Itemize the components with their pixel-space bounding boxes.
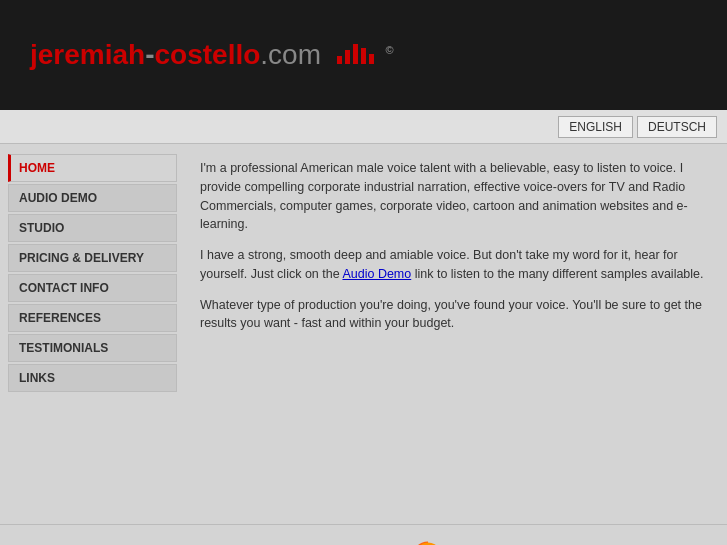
nav-links[interactable]: LINKS: [8, 364, 177, 392]
english-button[interactable]: ENGLISH: [558, 116, 633, 138]
nav-audio-demo[interactable]: AUDIO DEMO: [8, 184, 177, 212]
firefox-icon: [410, 540, 446, 545]
logo-jeremiah: jeremiah: [30, 39, 145, 70]
firefox-logo: mozilla Firefox: [394, 540, 461, 545]
header: jeremiah-costello.com ©: [0, 0, 727, 110]
page-content: I'm a professional American male voice t…: [185, 144, 727, 524]
nav-testimonials[interactable]: TESTIMONIALS: [8, 334, 177, 362]
logo: jeremiah-costello.com ©: [30, 39, 394, 71]
closing-paragraph: Whatever type of production you're doing…: [200, 296, 707, 334]
main-content: HOME AUDIO DEMO STUDIO PRICING & DELIVER…: [0, 144, 727, 524]
demo-paragraph-after: link to listen to the many different sam…: [411, 267, 703, 281]
nav-studio[interactable]: STUDIO: [8, 214, 177, 242]
nav-contact-info[interactable]: CONTACT INFO: [8, 274, 177, 302]
logo-costello: costello: [155, 39, 261, 70]
logo-copyright: ©: [386, 44, 394, 56]
logo-hyphen: -: [145, 39, 154, 70]
nav-pricing-delivery[interactable]: PRICING & DELIVERY: [8, 244, 177, 272]
audio-demo-link[interactable]: Audio Demo: [342, 267, 411, 281]
logo-bars-icon: [337, 42, 374, 64]
nav-home[interactable]: HOME: [8, 154, 177, 182]
nav-references[interactable]: REFERENCES: [8, 304, 177, 332]
sidebar: HOME AUDIO DEMO STUDIO PRICING & DELIVER…: [0, 144, 185, 524]
demo-paragraph: I have a strong, smooth deep and amiable…: [200, 246, 707, 284]
deutsch-button[interactable]: DEUTSCH: [637, 116, 717, 138]
footer: This website is best mozilla Firefox: [0, 524, 727, 545]
intro-paragraph: I'm a professional American male voice t…: [200, 159, 707, 234]
language-bar: ENGLISH DEUTSCH: [0, 110, 727, 144]
logo-com: .com: [260, 39, 321, 70]
